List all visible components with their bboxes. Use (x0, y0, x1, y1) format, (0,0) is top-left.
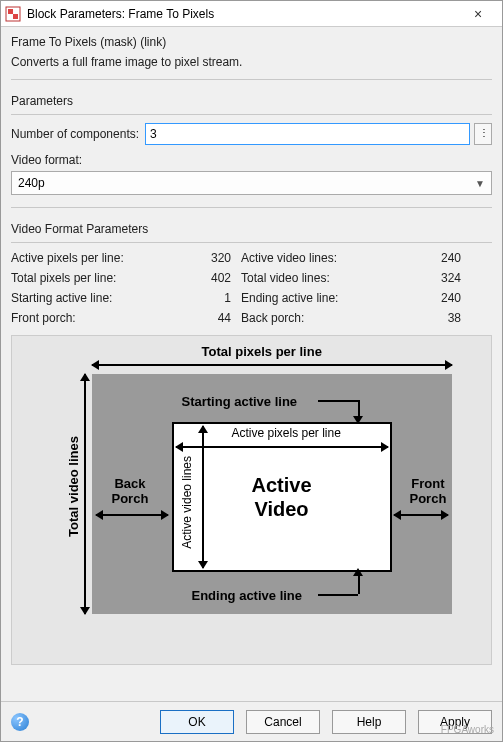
separator (11, 114, 492, 115)
window-title: Block Parameters: Frame To Pixels (27, 7, 458, 21)
ok-button[interactable]: OK (160, 710, 234, 734)
help-button[interactable]: Help (332, 710, 406, 734)
video-format-row: Video format: 240p ▼ (11, 153, 492, 195)
description-text: Converts a full frame image to pixel str… (11, 55, 492, 69)
video-format-label: Video format: (11, 153, 492, 167)
svg-rect-2 (13, 14, 18, 19)
diagram-total-lines-label: Total video lines (66, 436, 81, 537)
param-label: Total video lines: (241, 271, 391, 285)
param-label: Ending active line: (241, 291, 391, 305)
video-format-select[interactable]: 240p ▼ (11, 171, 492, 195)
arrow-total-pixels (92, 364, 452, 366)
arrow-front-porch (394, 514, 448, 516)
active-video-label: Active Video (251, 473, 311, 521)
button-bar: ? OK Cancel Help Apply FPGAworks (1, 701, 502, 741)
param-label: Active video lines: (241, 251, 391, 265)
arrow-back-porch (96, 514, 168, 516)
diagram-end-line-label: Ending active line (192, 588, 303, 603)
more-options-button[interactable]: ⋮ (474, 123, 492, 145)
separator (11, 242, 492, 243)
mask-label: Frame To Pixels (mask) (link) (11, 35, 492, 49)
diagram-active-pixels-label: Active pixels per line (232, 426, 341, 440)
diagram-front-porch-label: Front Porch (410, 476, 447, 506)
parameters-title: Parameters (11, 94, 492, 108)
diagram-back-porch-label: Back Porch (112, 476, 149, 506)
param-value: 240 (401, 251, 461, 265)
help-icon[interactable]: ? (11, 713, 29, 731)
active-video-area: Active Video (172, 422, 392, 572)
param-value: 240 (401, 291, 461, 305)
param-label: Total pixels per line: (11, 271, 161, 285)
num-components-label: Number of components: (11, 127, 139, 141)
diagram-start-line-label: Starting active line (182, 394, 298, 409)
diagram-active-lines-label: Active video lines (180, 456, 194, 549)
param-label: Active pixels per line: (11, 251, 161, 265)
app-icon (5, 6, 21, 22)
close-button[interactable]: × (458, 6, 498, 22)
svg-rect-1 (8, 9, 13, 14)
param-value: 320 (171, 251, 231, 265)
param-value: 1 (171, 291, 231, 305)
title-bar: Block Parameters: Frame To Pixels × (1, 1, 502, 27)
diagram-total-pixels-label: Total pixels per line (202, 344, 322, 359)
param-value: 44 (171, 311, 231, 325)
arrow-active-lines (202, 426, 204, 568)
separator (11, 79, 492, 80)
param-value: 402 (171, 271, 231, 285)
video-params-grid: Active pixels per line: 320 Active video… (11, 251, 492, 325)
cancel-button[interactable]: Cancel (246, 710, 320, 734)
param-label: Back porch: (241, 311, 391, 325)
video-format-params-title: Video Format Parameters (11, 222, 492, 236)
param-label: Starting active line: (11, 291, 161, 305)
param-value: 38 (401, 311, 461, 325)
param-label: Front porch: (11, 311, 161, 325)
dialog-body: Frame To Pixels (mask) (link) Converts a… (1, 27, 502, 701)
dialog-window: Block Parameters: Frame To Pixels × Fram… (0, 0, 503, 742)
video-format-value: 240p (18, 176, 45, 190)
arrow-active-pixels (176, 446, 388, 448)
diagram-canvas: Total pixels per line Total video lines … (22, 346, 482, 646)
separator (11, 207, 492, 208)
num-components-row: Number of components: ⋮ (11, 123, 492, 145)
param-value: 324 (401, 271, 461, 285)
num-components-input[interactable] (145, 123, 470, 145)
timing-diagram: Total pixels per line Total video lines … (11, 335, 492, 665)
arrow-total-lines (84, 374, 86, 614)
watermark-text: FPGAworks (441, 724, 494, 735)
chevron-down-icon: ▼ (475, 178, 485, 189)
